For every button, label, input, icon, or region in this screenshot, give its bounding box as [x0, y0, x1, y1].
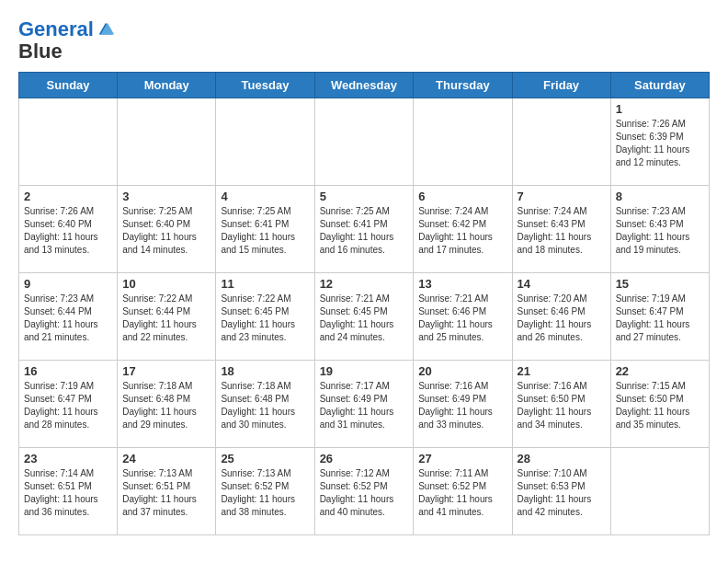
day-number: 21: [518, 364, 606, 378]
calendar-week-3: 16Sunrise: 7:19 AM Sunset: 6:47 PM Dayli…: [19, 361, 710, 448]
day-info: Sunrise: 7:18 AM Sunset: 6:48 PM Dayligh…: [122, 380, 210, 431]
calendar-cell: 16Sunrise: 7:19 AM Sunset: 6:47 PM Dayli…: [19, 361, 118, 448]
calendar-cell: [414, 98, 512, 186]
day-number: 7: [518, 190, 606, 203]
calendar-cell: 15Sunrise: 7:19 AM Sunset: 6:47 PM Dayli…: [610, 273, 709, 361]
day-info: Sunrise: 7:16 AM Sunset: 6:50 PM Dayligh…: [518, 380, 606, 431]
calendar-cell: 3Sunrise: 7:25 AM Sunset: 6:40 PM Daylig…: [118, 186, 216, 273]
day-number: 10: [122, 277, 210, 291]
calendar-week-0: 1Sunrise: 7:26 AM Sunset: 6:39 PM Daylig…: [19, 98, 710, 186]
calendar-cell: 23Sunrise: 7:14 AM Sunset: 6:51 PM Dayli…: [19, 448, 118, 535]
day-info: Sunrise: 7:13 AM Sunset: 6:51 PM Dayligh…: [122, 467, 210, 519]
calendar-cell: 7Sunrise: 7:24 AM Sunset: 6:43 PM Daylig…: [512, 186, 610, 273]
logo-text: General Blue: [18, 18, 116, 63]
day-number: 24: [122, 452, 210, 465]
calendar-cell: 25Sunrise: 7:13 AM Sunset: 6:52 PM Dayli…: [216, 448, 314, 535]
calendar-cell: [216, 98, 314, 186]
logo: General Blue: [18, 18, 116, 63]
day-info: Sunrise: 7:26 AM Sunset: 6:40 PM Dayligh…: [24, 205, 112, 257]
calendar-cell: 1Sunrise: 7:26 AM Sunset: 6:39 PM Daylig…: [610, 98, 709, 186]
calendar-body: 1Sunrise: 7:26 AM Sunset: 6:39 PM Daylig…: [19, 98, 710, 535]
calendar-cell: [314, 98, 414, 186]
day-info: Sunrise: 7:18 AM Sunset: 6:48 PM Dayligh…: [221, 380, 309, 431]
calendar-cell: [19, 98, 118, 186]
calendar-cell: 22Sunrise: 7:15 AM Sunset: 6:50 PM Dayli…: [610, 361, 709, 448]
calendar-cell: 13Sunrise: 7:21 AM Sunset: 6:46 PM Dayli…: [414, 273, 512, 361]
day-number: 20: [418, 364, 506, 378]
header-day-tuesday: Tuesday: [216, 73, 314, 98]
calendar-header: SundayMondayTuesdayWednesdayThursdayFrid…: [19, 73, 710, 98]
calendar-week-2: 9Sunrise: 7:23 AM Sunset: 6:44 PM Daylig…: [19, 273, 710, 361]
calendar-cell: 6Sunrise: 7:24 AM Sunset: 6:42 PM Daylig…: [414, 186, 512, 273]
day-number: 28: [518, 452, 606, 465]
day-number: 11: [221, 277, 309, 291]
day-info: Sunrise: 7:14 AM Sunset: 6:51 PM Dayligh…: [24, 467, 112, 519]
calendar-cell: 10Sunrise: 7:22 AM Sunset: 6:44 PM Dayli…: [118, 273, 216, 361]
day-number: 19: [320, 364, 409, 378]
day-info: Sunrise: 7:25 AM Sunset: 6:41 PM Dayligh…: [221, 205, 309, 257]
day-info: Sunrise: 7:19 AM Sunset: 6:47 PM Dayligh…: [616, 293, 704, 344]
header-day-sunday: Sunday: [19, 73, 118, 98]
calendar-week-4: 23Sunrise: 7:14 AM Sunset: 6:51 PM Dayli…: [19, 448, 710, 535]
day-number: 27: [418, 452, 506, 465]
calendar-cell: 24Sunrise: 7:13 AM Sunset: 6:51 PM Dayli…: [118, 448, 216, 535]
calendar-cell: 8Sunrise: 7:23 AM Sunset: 6:43 PM Daylig…: [610, 186, 709, 273]
day-info: Sunrise: 7:26 AM Sunset: 6:39 PM Dayligh…: [616, 118, 704, 169]
day-number: 3: [122, 190, 210, 203]
day-info: Sunrise: 7:16 AM Sunset: 6:49 PM Dayligh…: [418, 380, 506, 431]
calendar-cell: 26Sunrise: 7:12 AM Sunset: 6:52 PM Dayli…: [314, 448, 414, 535]
day-info: Sunrise: 7:11 AM Sunset: 6:52 PM Dayligh…: [418, 467, 506, 519]
day-number: 12: [320, 277, 409, 291]
calendar-cell: 11Sunrise: 7:22 AM Sunset: 6:45 PM Dayli…: [216, 273, 314, 361]
day-info: Sunrise: 7:25 AM Sunset: 6:41 PM Dayligh…: [320, 205, 409, 257]
day-info: Sunrise: 7:25 AM Sunset: 6:40 PM Dayligh…: [122, 205, 210, 257]
day-info: Sunrise: 7:17 AM Sunset: 6:49 PM Dayligh…: [320, 380, 409, 431]
day-info: Sunrise: 7:19 AM Sunset: 6:47 PM Dayligh…: [24, 380, 112, 431]
day-number: 2: [24, 190, 112, 203]
calendar-cell: 14Sunrise: 7:20 AM Sunset: 6:46 PM Dayli…: [512, 273, 610, 361]
calendar-cell: 5Sunrise: 7:25 AM Sunset: 6:41 PM Daylig…: [314, 186, 414, 273]
calendar-cell: 19Sunrise: 7:17 AM Sunset: 6:49 PM Dayli…: [314, 361, 414, 448]
header-day-wednesday: Wednesday: [314, 73, 414, 98]
calendar-cell: [610, 448, 709, 535]
day-number: 8: [616, 190, 704, 203]
day-info: Sunrise: 7:23 AM Sunset: 6:44 PM Dayligh…: [24, 293, 112, 344]
calendar-week-1: 2Sunrise: 7:26 AM Sunset: 6:40 PM Daylig…: [19, 186, 710, 273]
header-row: SundayMondayTuesdayWednesdayThursdayFrid…: [19, 73, 710, 98]
calendar-cell: 20Sunrise: 7:16 AM Sunset: 6:49 PM Dayli…: [414, 361, 512, 448]
day-number: 26: [320, 452, 409, 465]
day-number: 1: [616, 102, 704, 116]
day-number: 15: [616, 277, 704, 291]
day-info: Sunrise: 7:22 AM Sunset: 6:44 PM Dayligh…: [122, 293, 210, 344]
day-number: 25: [221, 452, 309, 465]
day-number: 14: [518, 277, 606, 291]
day-number: 4: [221, 190, 309, 203]
calendar-cell: [512, 98, 610, 186]
day-info: Sunrise: 7:10 AM Sunset: 6:53 PM Dayligh…: [518, 467, 606, 519]
day-info: Sunrise: 7:15 AM Sunset: 6:50 PM Dayligh…: [616, 380, 704, 431]
logo-icon: [96, 19, 116, 40]
calendar-cell: 28Sunrise: 7:10 AM Sunset: 6:53 PM Dayli…: [512, 448, 610, 535]
day-info: Sunrise: 7:21 AM Sunset: 6:45 PM Dayligh…: [320, 293, 409, 344]
page-header: General Blue: [18, 18, 710, 63]
day-info: Sunrise: 7:20 AM Sunset: 6:46 PM Dayligh…: [518, 293, 606, 344]
calendar-cell: 27Sunrise: 7:11 AM Sunset: 6:52 PM Dayli…: [414, 448, 512, 535]
calendar-table: SundayMondayTuesdayWednesdayThursdayFrid…: [18, 72, 710, 535]
day-number: 18: [221, 364, 309, 378]
day-info: Sunrise: 7:22 AM Sunset: 6:45 PM Dayligh…: [221, 293, 309, 344]
day-number: 17: [122, 364, 210, 378]
header-day-friday: Friday: [512, 73, 610, 98]
day-number: 22: [616, 364, 704, 378]
day-info: Sunrise: 7:13 AM Sunset: 6:52 PM Dayligh…: [221, 467, 309, 519]
day-number: 13: [418, 277, 506, 291]
calendar-cell: 2Sunrise: 7:26 AM Sunset: 6:40 PM Daylig…: [19, 186, 118, 273]
header-day-thursday: Thursday: [414, 73, 512, 98]
day-number: 23: [24, 452, 112, 465]
day-number: 6: [418, 190, 506, 203]
calendar-cell: 18Sunrise: 7:18 AM Sunset: 6:48 PM Dayli…: [216, 361, 314, 448]
calendar-cell: 12Sunrise: 7:21 AM Sunset: 6:45 PM Dayli…: [314, 273, 414, 361]
day-number: 9: [24, 277, 112, 291]
day-info: Sunrise: 7:24 AM Sunset: 6:43 PM Dayligh…: [518, 205, 606, 257]
day-number: 16: [24, 364, 112, 378]
day-info: Sunrise: 7:23 AM Sunset: 6:43 PM Dayligh…: [616, 205, 704, 257]
